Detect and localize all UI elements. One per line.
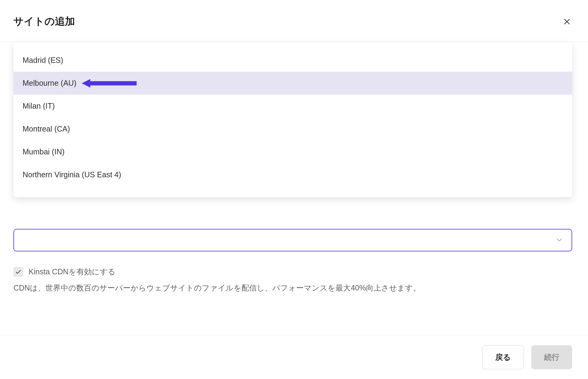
dropdown-item-label: Mumbai (IN) — [23, 147, 65, 156]
dropdown-item-partial[interactable] — [13, 186, 572, 195]
dropdown-item-madrid[interactable]: Madrid (ES) — [13, 49, 572, 72]
cdn-section: Kinsta CDNを有効にする CDNは、世界中の数百のサーバーからウェブサイ… — [13, 267, 572, 294]
close-icon — [563, 18, 571, 26]
modal-header: サイトの追加 — [0, 0, 588, 42]
dropdown-item-montreal[interactable]: Montreal (CA) — [13, 117, 572, 140]
dropdown-item-label: Northern Virginia (US East 4) — [23, 170, 121, 179]
dropdown-item-label: Madrid (ES) — [23, 56, 63, 65]
modal-footer: 戻る 続行 — [0, 335, 588, 379]
location-dropdown-panel: Madrid (ES) Melbourne (AU) Milan (IT) Mo… — [13, 42, 572, 197]
dropdown-item-label: Melbourne (AU) — [23, 79, 76, 88]
check-icon — [15, 269, 21, 275]
close-button[interactable] — [563, 18, 571, 26]
cdn-label: Kinsta CDNを有効にする — [29, 267, 116, 277]
location-select-field[interactable] — [13, 229, 572, 251]
page-title: サイトの追加 — [13, 15, 75, 28]
dropdown-item-northern-virginia[interactable]: Northern Virginia (US East 4) — [13, 163, 572, 186]
dropdown-item-mumbai[interactable]: Mumbai (IN) — [13, 140, 572, 163]
arrow-left-icon — [82, 79, 137, 88]
chevron-down-icon — [556, 237, 562, 243]
cdn-description: CDNは、世界中の数百のサーバーからウェブサイトのファイルを配信し、パフォーマン… — [13, 282, 572, 294]
cdn-checkbox-row: Kinsta CDNを有効にする — [13, 267, 572, 277]
dropdown-item-milan[interactable]: Milan (IT) — [13, 95, 572, 117]
dropdown-item-melbourne[interactable]: Melbourne (AU) — [13, 72, 572, 95]
back-button[interactable]: 戻る — [482, 345, 524, 369]
dropdown-item-label: Montreal (CA) — [23, 125, 70, 133]
dropdown-item-label: Milan (IT) — [23, 102, 55, 110]
continue-button[interactable]: 続行 — [531, 345, 572, 369]
svg-marker-3 — [82, 79, 90, 88]
cdn-checkbox[interactable] — [13, 267, 23, 277]
